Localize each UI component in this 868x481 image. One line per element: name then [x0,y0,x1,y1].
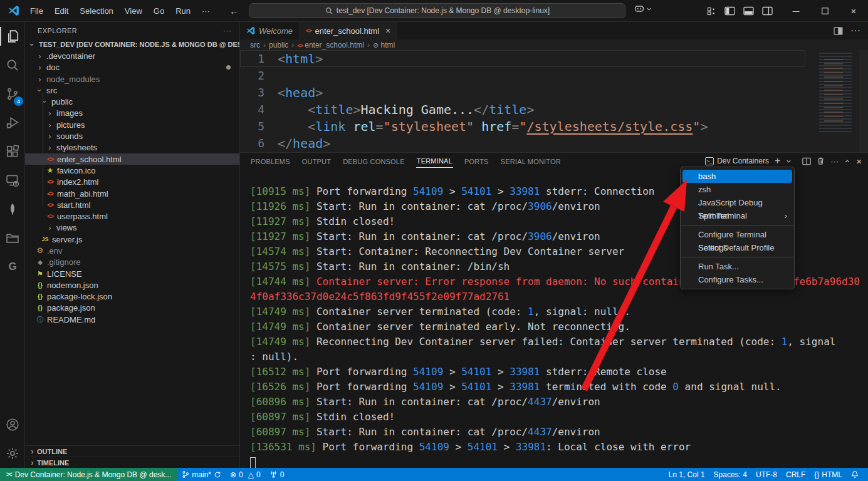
tree-item-test-dev-dev-container-node-js-mongo-db-desktop-linux[interactable]: ›TEST_DEV [DEV CONTAINER: NODE.JS & MONG… [25,39,239,50]
tree-item-nodemon-json[interactable]: {}nodemon.json [25,279,239,291]
tree-item-public[interactable]: ›public [25,96,239,107]
problems-indicator[interactable]: ⊗ 0 △ 0 [226,468,265,481]
remote-indicator[interactable]: >< Dev Container: Node.js & Mongo DB @ d… [0,468,177,481]
menu-item-configure-terminal-settings[interactable]: Configure Terminal Settings [682,228,792,241]
outline-section[interactable]: › OUTLINE [25,445,239,457]
extensions-icon[interactable] [0,137,25,166]
tree-item-index2-html[interactable]: <>index2.html [25,177,239,188]
panel-tab-ports[interactable]: PORTS [464,155,489,168]
editor-scrollbar[interactable] [859,50,868,152]
tab-enter-school-html[interactable]: <> enter_school.html × [300,22,397,39]
maximize-panel-icon[interactable] [844,158,850,164]
terminal-dropdown-icon[interactable] [786,158,792,164]
code-line-2[interactable]: 2 [240,67,805,84]
explorer-icon[interactable] [0,22,25,51]
tree-item-userpass-html[interactable]: <>userpass.html [25,210,239,222]
tree-item-gitignore[interactable]: ◆.gitignore [25,257,239,268]
gitlens-icon[interactable]: G [0,252,25,281]
code-line-6[interactable]: 6</head> [240,135,805,152]
language-mode[interactable]: {} HTML [810,468,847,481]
menu-item-select-default-profile[interactable]: Select Default Profile [682,241,792,254]
tree-item-images[interactable]: ›images [25,108,239,119]
menu-item-configure-tasks[interactable]: Configure Tasks... [682,273,792,286]
tree-item-enter-school-html[interactable]: <>enter_school.html [25,153,239,165]
tree-item-package-lock-json[interactable]: {}package-lock.json [25,291,239,303]
menu-edit[interactable]: Edit [49,4,74,18]
breadcrumb-html[interactable]: ⊘ html [373,41,395,49]
tree-item-license[interactable]: ⚑LICENSE [25,268,239,279]
editor-more-actions-icon[interactable]: ··· [850,25,860,36]
breadcrumb-public[interactable]: public [269,41,288,49]
eol-sequence[interactable]: CRLF [782,468,810,481]
split-editor-icon[interactable] [834,27,843,35]
tree-item-start-html[interactable]: <>start.html [25,199,239,210]
toggle-primary-sidebar-icon[interactable] [724,6,735,16]
menu-item-split-terminal[interactable]: Split Terminal› [682,209,792,222]
new-terminal-icon[interactable]: + [775,155,780,167]
tree-item-package-json[interactable]: {}package.json [25,303,239,314]
command-center-search[interactable]: test_dev [Dev Container: Node.js & Mongo… [249,3,625,18]
tree-item-pictures[interactable]: ›pictures [25,119,239,130]
minimize-button[interactable]: ─ [782,0,810,22]
kill-terminal-icon[interactable] [817,157,825,165]
tab-welcome[interactable]: Welcome [240,22,300,39]
timeline-section[interactable]: › TIMELINE [25,457,239,468]
panel-tab-problems[interactable]: PROBLEMS [250,155,291,168]
tree-item-devcontainer[interactable]: ›.devcontainer [25,50,239,61]
code-line-1[interactable]: 1<html> [240,50,805,67]
tree-item-readme-md[interactable]: ⓘREADME.md [25,314,239,325]
notifications-bell[interactable] [847,468,863,481]
back-arrow-icon[interactable]: ← [229,6,239,16]
breadcrumb-enter-school-html[interactable]: <> enter_school.html [297,41,364,49]
tree-item-views[interactable]: ›views [25,222,239,234]
code-line-3[interactable]: 3<head> [240,84,805,101]
cursor-position[interactable]: Ln 1, Col 1 [664,468,709,481]
breadcrumb[interactable]: src›public›<> enter_school.html›⊘ html [240,39,868,50]
explorer-more-actions-icon[interactable]: ··· [223,27,232,34]
panel-tab-debug-console[interactable]: DEBUG CONSOLE [342,155,405,168]
tree-item-server-js[interactable]: JSserver.js [25,234,239,245]
remote-explorer-icon[interactable] [0,166,25,195]
tree-item-stylesheets[interactable]: ›stylesheets [25,142,239,153]
menu-item[interactable]: ··· [196,4,216,18]
minimap[interactable] [819,53,852,133]
code-line-4[interactable]: 4 <title>Hacking Game...</title> [240,101,805,118]
menu-item-javascript-debug-terminal[interactable]: JavaScript Debug Terminal [682,196,792,209]
panel-tab-terminal[interactable]: TERMINAL [416,154,453,168]
mongodb-icon[interactable] [0,195,25,224]
menu-selection[interactable]: Selection [74,4,118,18]
tree-item-doc[interactable]: ›doc [25,62,239,73]
tree-item-env[interactable]: ⚙.env [25,245,239,256]
code-line-5[interactable]: 5 <link rel="stylesheet" href="/styleshe… [240,118,805,135]
toggle-panel-icon[interactable] [743,6,754,16]
tree-item-sounds[interactable]: ›sounds [25,130,239,142]
indentation[interactable]: Spaces: 4 [709,468,751,481]
copilot-button[interactable] [634,4,652,13]
panel-tab-output[interactable]: OUTPUT [301,155,332,168]
tree-item-node-modules[interactable]: ›node_modules [25,73,239,85]
accounts-icon[interactable] [0,410,25,439]
menu-view[interactable]: View [119,4,148,18]
maximize-button[interactable] [810,0,839,22]
panel-tab-serial-monitor[interactable]: SERIAL MONITOR [500,155,562,168]
close-tab-icon[interactable]: × [385,26,390,36]
code-editor[interactable]: 1<html>23<head>4 <title>Hacking Game...<… [240,50,868,152]
encoding[interactable]: UTF-8 [751,468,782,481]
tree-item-src[interactable]: ›src [25,85,239,96]
folder-extension-icon[interactable] [0,224,25,252]
panel-more-actions-icon[interactable]: ··· [830,157,839,166]
breadcrumb-src[interactable]: src [250,41,260,49]
menu-run[interactable]: Run [170,4,196,18]
customize-layout-icon[interactable] [706,6,716,16]
settings-gear-icon[interactable] [0,439,25,468]
terminal-profile-label[interactable]: >_ Dev Containers [705,157,769,165]
ports-indicator[interactable]: 0 [265,468,289,481]
tree-item-math-abi-html[interactable]: <>math_abi.html [25,188,239,199]
close-panel-icon[interactable]: × [856,156,862,167]
menu-item-bash[interactable]: bash [682,170,792,183]
menu-item-run-task[interactable]: Run Task... [682,260,792,273]
run-debug-icon[interactable] [0,108,25,137]
menu-item-zsh[interactable]: zsh [682,183,792,196]
split-terminal-icon[interactable] [802,157,811,165]
tree-item-favicon-ico[interactable]: ★favicon.ico [25,165,239,176]
